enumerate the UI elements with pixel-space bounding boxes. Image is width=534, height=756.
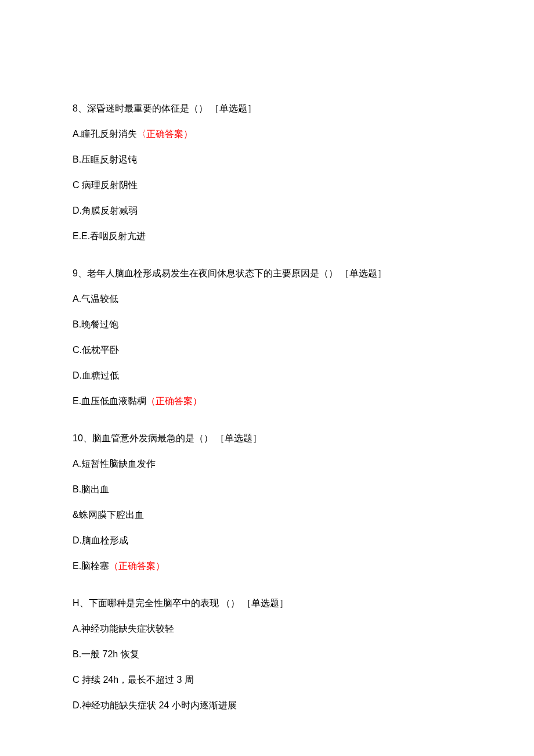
option-e: E.脑栓塞（正确答案） — [73, 559, 461, 573]
question-title: 10、脑血管意外发病最急的是（） ［单选题］ — [73, 431, 461, 445]
question-10: 10、脑血管意外发病最急的是（） ［单选题］ A.短暂性脑缺血发作 B.脑出血 … — [73, 431, 461, 573]
option-c: C 病理反射阴性 — [73, 178, 461, 192]
option-text: C 持续 24h，最长不超过 3 周 — [73, 675, 194, 685]
option-text: D.脑血栓形成 — [73, 535, 128, 545]
option-d: D.角膜反射减弱 — [73, 204, 461, 218]
option-e: E.E.吞咽反射亢进 — [73, 229, 461, 243]
option-e: E.血压低血液黏稠（正确答案） — [73, 394, 461, 408]
option-text: E.E.吞咽反射亢进 — [73, 231, 146, 241]
option-b: B.一般 72h 恢复 — [73, 647, 461, 661]
option-a: A.神经功能缺失症状较轻 — [73, 622, 461, 636]
option-text: A.气温较低 — [73, 294, 118, 304]
option-text: B.压眶反射迟钝 — [73, 154, 137, 164]
option-a: A.瞳孔反射消失〈正确答案） — [73, 127, 461, 141]
option-d: D.神经功能缺失症状 24 小时内逐渐进展 — [73, 699, 461, 712]
option-c: &蛛网膜下腔出血 — [73, 508, 461, 522]
correct-marker: 〈正确答案） — [137, 129, 193, 139]
option-a: A.短暂性脑缺血发作 — [73, 457, 461, 471]
option-d: D.脑血栓形成 — [73, 534, 461, 548]
option-text: &蛛网膜下腔出血 — [73, 510, 144, 520]
option-text: A.短暂性脑缺血发作 — [73, 459, 156, 469]
question-title: H、下面哪种是完全性脑卒中的表现 （） ［单选题］ — [73, 596, 461, 610]
option-text: A.神经功能缺失症状较轻 — [73, 624, 174, 633]
option-text: E.脑栓塞 — [73, 561, 109, 571]
option-text: B.晚餐过饱 — [73, 319, 118, 329]
option-d: D.血糖过低 — [73, 369, 461, 383]
correct-marker: （正确答案） — [146, 396, 202, 406]
option-b: B.压眶反射迟钝 — [73, 153, 461, 167]
option-text: E.血压低血液黏稠 — [73, 396, 146, 406]
option-text: D.神经功能缺失症状 24 小时内逐渐进展 — [73, 700, 237, 710]
option-c: C.低枕平卧 — [73, 343, 461, 357]
option-text: C 病理反射阴性 — [73, 180, 138, 190]
option-b: B.晚餐过饱 — [73, 318, 461, 332]
question-title: 9、老年人脑血栓形成易发生在夜间休息状态下的主要原因是（） ［单选题］ — [73, 267, 461, 280]
option-a: A.气温较低 — [73, 292, 461, 306]
question-9: 9、老年人脑血栓形成易发生在夜间休息状态下的主要原因是（） ［单选题］ A.气温… — [73, 267, 461, 408]
option-text: B.一般 72h 恢复 — [73, 649, 139, 659]
question-8: 8、深昏迷时最重要的体征是（） ［单选题］ A.瞳孔反射消失〈正确答案） B.压… — [73, 102, 461, 243]
option-text: D.角膜反射减弱 — [73, 206, 138, 215]
option-b: B.脑出血 — [73, 483, 461, 496]
question-h: H、下面哪种是完全性脑卒中的表现 （） ［单选题］ A.神经功能缺失症状较轻 B… — [73, 596, 461, 712]
option-text: C.低枕平卧 — [73, 345, 119, 355]
question-title: 8、深昏迷时最重要的体征是（） ［单选题］ — [73, 102, 461, 116]
option-text: D.血糖过低 — [73, 370, 119, 380]
correct-marker: （正确答案） — [109, 561, 165, 571]
option-text: B.脑出血 — [73, 484, 109, 494]
option-text: A.瞳孔反射消失 — [73, 129, 137, 139]
option-c: C 持续 24h，最长不超过 3 周 — [73, 673, 461, 687]
